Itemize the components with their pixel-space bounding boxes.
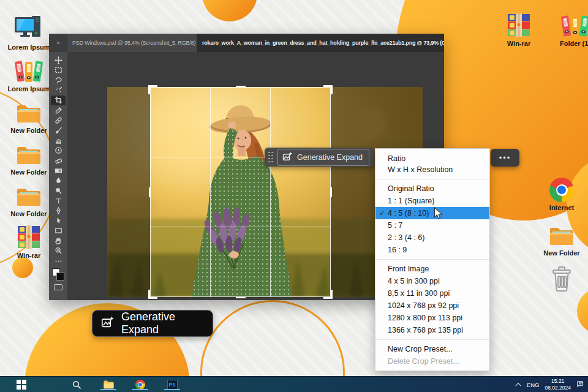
clone-stamp-tool[interactable]: [51, 135, 66, 145]
gradient-tool[interactable]: [51, 165, 66, 175]
desktop-icon-internet[interactable]: Internet: [538, 174, 586, 211]
desktop-icon-new-folder[interactable]: New Folder: [5, 180, 53, 217]
path-select-tool[interactable]: [51, 216, 66, 225]
action-center-icon[interactable]: [576, 379, 584, 390]
menu-item-label: 1280 x 800 px 113 ppi: [388, 314, 462, 322]
eyedropper-tool[interactable]: [51, 105, 66, 115]
brush-tool[interactable]: [51, 126, 66, 135]
trash-icon: [549, 265, 574, 293]
desktop-icon-new-folder[interactable]: New Folder: [5, 138, 53, 176]
winrar-icon: [16, 222, 42, 250]
menu-item-1-1-square[interactable]: 1 : 1 (Square): [375, 195, 489, 207]
winrar-icon: [506, 10, 532, 38]
desktop-icon-folder-1[interactable]: Folder (1): [551, 10, 588, 47]
menu-item-4-x-5-in-300-ppi[interactable]: 4 x 5 in 300 ppi: [375, 275, 489, 287]
blur-tool[interactable]: [51, 176, 66, 186]
system-tray: ENG 15:21 08.02.2024: [517, 377, 584, 392]
menu-item-label: 1366 x 768 px 135 ppi: [388, 326, 463, 334]
document-tab-inactive[interactable]: PSD Windows.psd @ 95,4% (Screenshot_5, R…: [67, 34, 197, 52]
binders-icon: [561, 10, 588, 38]
menu-item-label: 4 x 5 in 300 ppi: [388, 277, 440, 285]
desktop-icon-label: Lorem Ipsum: [7, 85, 50, 92]
drag-handle-icon[interactable]: [268, 152, 273, 163]
folder-icon: [104, 380, 114, 389]
desktop-icon-new-folder[interactable]: New Folder: [538, 219, 586, 257]
more-tool[interactable]: [51, 256, 66, 266]
language-indicator[interactable]: ENG: [527, 382, 540, 388]
tab-title: PSD Windows.psd @ 95,4% (Screenshot_5, R…: [72, 40, 197, 46]
context-more-options-button[interactable]: •••: [491, 149, 519, 167]
desktop-icon-new-folder[interactable]: New Folder: [5, 97, 53, 134]
menu-item-1366-x-768-px-135-ppi[interactable]: 1366 x 768 px 135 ppi: [375, 324, 489, 336]
generative-expand-button[interactable]: Generative Expand: [277, 149, 369, 166]
menu-item-label: 1024 x 768 px 92 ppi: [388, 301, 459, 310]
history-brush-tool[interactable]: [51, 146, 66, 156]
crop-menu-group: Front Image4 x 5 in 300 ppi8,5 x 11 in 3…: [375, 260, 489, 340]
menu-item-front-image[interactable]: Front Image: [375, 263, 489, 275]
crop-preset-menu: Ratio W x H x ResolutionOriginal Ratio1 …: [375, 148, 490, 371]
menu-item-label: 1 : 1 (Square): [388, 197, 434, 205]
dodge-tool[interactable]: [51, 186, 66, 195]
menu-item-label: 2 : 3 (4 : 6): [388, 233, 424, 242]
menu-header-title: Ratio: [388, 153, 483, 164]
type-tool[interactable]: T: [51, 195, 66, 205]
desktop-icon-win-rar[interactable]: Win-rar: [495, 10, 543, 47]
active-app-indicator: [132, 389, 148, 391]
menu-item-new-crop-preset[interactable]: New Crop Preset...: [375, 343, 489, 355]
generative-expand-floating-button[interactable]: Generative Expand: [92, 310, 213, 337]
taskbar-clock[interactable]: 15:21 08.02.2024: [545, 378, 571, 391]
pen-tool[interactable]: [51, 206, 66, 216]
generative-expand-icon: [282, 151, 293, 164]
desktop-icon-label: New Folder: [10, 210, 47, 217]
menu-item-16-9[interactable]: 16 : 9: [375, 244, 489, 256]
desktop-right-icon-column: InternetNew Folder: [538, 174, 586, 295]
menu-header-sub: W x H x Resolution: [388, 164, 483, 175]
crop-menu-group: New Crop Preset...Delete Crop Preset...: [375, 340, 489, 371]
taskbar-search-button[interactable]: [71, 379, 82, 390]
clock-time: 15:21: [545, 378, 571, 385]
start-button[interactable]: [16, 379, 27, 390]
mouse-cursor: [434, 207, 443, 222]
menu-item-4-5-8-10[interactable]: ✓4 : 5 (8 : 10): [375, 207, 489, 219]
tray-chevron-up-icon[interactable]: [515, 382, 521, 388]
healing-brush-tool[interactable]: [51, 115, 66, 125]
move-tool[interactable]: [51, 55, 66, 65]
hand-tool[interactable]: [51, 236, 66, 246]
file-explorer-taskbar-icon[interactable]: [103, 379, 114, 390]
menu-item-8-5-x-11-in-300-ppi[interactable]: 8,5 x 11 in 300 ppi: [375, 287, 489, 300]
menu-item-1024-x-768-px-92-ppi[interactable]: 1024 x 768 px 92 ppi: [375, 300, 489, 312]
checkmark-icon: ✓: [379, 207, 385, 219]
desktop-icon-trash[interactable]: [538, 265, 586, 295]
menu-item-delete-crop-preset[interactable]: Delete Crop Preset...: [375, 355, 489, 368]
zoom-tool[interactable]: [51, 246, 66, 255]
desktop-icon-label: New Folder: [10, 127, 47, 134]
desktop-icon-label: Win-rar: [507, 40, 530, 47]
chrome-taskbar-icon[interactable]: [135, 379, 146, 390]
binders-icon: [15, 55, 43, 83]
menu-item-label: 8,5 x 11 in 300 ppi: [388, 289, 450, 298]
menu-item-label: 4 : 5 (8 : 10): [388, 209, 429, 217]
toolbar-collapse-icon[interactable]: »: [49, 34, 67, 52]
screen-mode-icon[interactable]: [54, 284, 62, 290]
eraser-tool[interactable]: [51, 156, 66, 165]
photoshop-taskbar-icon[interactable]: Ps: [167, 379, 178, 390]
decor-circle-left-small: [12, 257, 33, 278]
desktop-icon-lorem-ipsum[interactable]: Lorem Ipsum: [5, 55, 53, 92]
chrome-icon: [549, 174, 574, 202]
lasso-tool[interactable]: [51, 75, 66, 85]
menu-item-5-7[interactable]: 5 : 7: [375, 219, 489, 232]
menu-item-2-3-4-6[interactable]: 2 : 3 (4 : 6): [375, 232, 489, 244]
magic-wand-tool[interactable]: [51, 85, 66, 95]
shape-tool[interactable]: [51, 226, 66, 236]
background-color-swatch[interactable]: [56, 273, 64, 281]
foreground-background-swatches[interactable]: [52, 268, 64, 281]
crop-tool[interactable]: [51, 96, 66, 105]
decor-circle-top-center: [202, 0, 257, 21]
document-tab-active[interactable]: rokaro_work_A_woman_in_green_dress_and_h…: [197, 34, 444, 52]
marquee-tool[interactable]: [51, 65, 66, 75]
menu-item-original-ratio[interactable]: Original Ratio: [375, 183, 489, 195]
desktop-icon-lorem-ipsum[interactable]: Lorem Ipsum: [5, 13, 53, 51]
desktop-icon-win-rar[interactable]: Win-rar: [5, 222, 53, 259]
menu-item-1280-x-800-px-113-ppi[interactable]: 1280 x 800 px 113 ppi: [375, 312, 489, 324]
desktop-left-icon-column: Lorem IpsumLorem IpsumNew FolderNew Fold…: [5, 13, 53, 260]
